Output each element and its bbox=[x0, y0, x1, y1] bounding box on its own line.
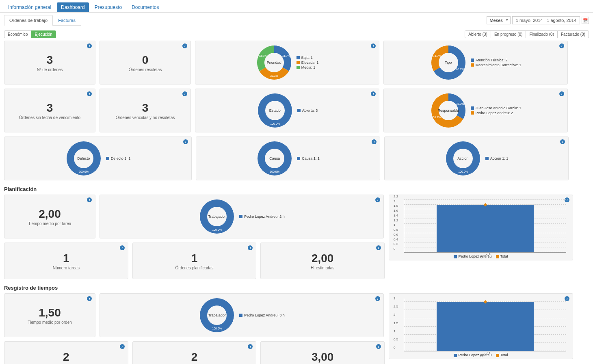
donut-title: Trabajador bbox=[208, 313, 226, 317]
info-icon[interactable]: i bbox=[371, 43, 376, 48]
legend-item: Elevada: 1 bbox=[296, 61, 319, 65]
pill-economico[interactable]: Económico bbox=[4, 30, 31, 38]
info-icon[interactable]: i bbox=[371, 91, 376, 96]
grid-line bbox=[404, 199, 566, 200]
info-icon[interactable]: i bbox=[376, 344, 381, 349]
info-icon[interactable]: i bbox=[87, 91, 92, 96]
subtab-facturas[interactable]: Facturas bbox=[53, 15, 81, 25]
kpi-value: 3 bbox=[6, 54, 93, 67]
info-icon[interactable]: i bbox=[183, 139, 188, 144]
info-icon[interactable]: i bbox=[375, 296, 380, 301]
info-icon[interactable]: i bbox=[559, 91, 564, 96]
kpi-value: 3,00 bbox=[262, 351, 383, 364]
subtab-ordenes[interactable]: Ordenes de trabajo bbox=[4, 15, 53, 26]
legend-swatch bbox=[106, 157, 109, 160]
tab-documentos[interactable]: Documentos bbox=[128, 2, 163, 12]
svg-text:100.0%: 100.0% bbox=[79, 170, 89, 173]
y-tick-label: 0.6 bbox=[394, 232, 398, 236]
y-tick-label: 0.2 bbox=[394, 242, 398, 246]
date-range-input[interactable]: 1 mayo, 2014 - 1 agosto, 2014 bbox=[512, 16, 580, 24]
kpi-value: 2 bbox=[6, 351, 126, 364]
y-tick-label: 0 bbox=[394, 247, 395, 251]
legend-swatch bbox=[496, 255, 499, 258]
info-icon[interactable]: i bbox=[120, 344, 125, 349]
legend-label: Pedro Lopez Andreu: 2 h bbox=[244, 214, 285, 219]
donut-legend: Baja: 1Elevada: 1Media: 1 bbox=[296, 56, 319, 69]
y-tick-label: 0.4 bbox=[394, 237, 398, 241]
y-tick-label: 2 bbox=[394, 199, 395, 203]
kpi-value: 3 bbox=[102, 102, 189, 115]
y-tick-label: 1.2 bbox=[394, 218, 398, 222]
info-icon[interactable]: i bbox=[87, 296, 92, 301]
legend-label: Accion 1: 1 bbox=[490, 156, 509, 160]
legend-swatch bbox=[239, 314, 242, 317]
kpi-value: 2 bbox=[134, 351, 255, 364]
legend-item: Accion 1: 1 bbox=[485, 156, 509, 160]
content: i 3 Nº de ordenes i 0 Órdenes resuletas … bbox=[0, 41, 593, 364]
y-tick-label: 1.8 bbox=[394, 204, 398, 208]
kpi-value: 3 bbox=[6, 102, 93, 115]
info-icon[interactable]: i bbox=[372, 139, 377, 144]
kpi-value: 1 bbox=[134, 252, 255, 265]
donut-title: Defecto bbox=[77, 156, 90, 160]
svg-text:33.3%: 33.3% bbox=[433, 54, 441, 57]
info-icon[interactable]: i bbox=[182, 91, 187, 96]
legend-label: Juan Jose Antonio Garcia: 1 bbox=[476, 106, 522, 110]
y-tick-label: 1.5 bbox=[394, 321, 398, 325]
kpi-horas-realizadas: i 3,00 H. realizadas bbox=[260, 341, 385, 364]
pill-ejecucion[interactable]: Ejecución bbox=[31, 30, 56, 38]
section-registro-title: Resgistro de tiempos bbox=[4, 285, 589, 291]
tab-info-general[interactable]: Información general bbox=[4, 2, 55, 12]
bar-plot-area: 00.20.40.60.811.21.41.61.822.205-2014 bbox=[404, 200, 566, 253]
legend-swatch bbox=[239, 215, 242, 218]
info-icon[interactable]: i bbox=[248, 344, 253, 349]
svg-text:33.3%: 33.3% bbox=[456, 102, 464, 105]
donut-title: Prioridad bbox=[267, 61, 281, 65]
info-icon[interactable]: i bbox=[376, 245, 381, 250]
pill-finalizado[interactable]: Finalizado (0) bbox=[526, 30, 558, 38]
calendar-icon[interactable]: 📅 bbox=[582, 17, 589, 24]
period-select[interactable]: Meses bbox=[487, 16, 510, 24]
legend-swatch bbox=[297, 157, 300, 160]
kpi-label: Órdenes planificadas bbox=[134, 266, 255, 270]
legend-item: Abierta: 3 bbox=[297, 108, 318, 113]
pill-facturado[interactable]: Facturado (0) bbox=[557, 30, 589, 38]
kpi-ordenes: i 3 Nº de ordenes bbox=[4, 41, 95, 84]
donut-legend: Atención Técnica: 2Mantenimiento Correct… bbox=[471, 58, 522, 67]
legend-item: Baja: 1 bbox=[296, 56, 319, 60]
legend-swatch bbox=[471, 111, 474, 115]
donut-chart: 100.0%Estado bbox=[257, 92, 293, 129]
info-icon[interactable]: i bbox=[375, 197, 380, 202]
y-tick-label: 2.2 bbox=[394, 195, 398, 198]
bar-chart-reg: i 00.511.522.5305-2014Pedro Lopez Andreu… bbox=[389, 293, 573, 359]
y-tick-label: 0.8 bbox=[394, 228, 398, 232]
tab-presupuesto[interactable]: Presupuesto bbox=[91, 2, 126, 12]
pill-abierto[interactable]: Abierto (3) bbox=[465, 30, 491, 38]
legend-item: Atención Técnica: 2 bbox=[471, 58, 522, 62]
status-pills: Abierto (3) En progreso (0) Finalizado (… bbox=[465, 30, 589, 38]
info-icon[interactable]: i bbox=[182, 43, 187, 48]
info-icon[interactable]: i bbox=[559, 43, 564, 48]
kpi-value: 2,00 bbox=[6, 208, 93, 221]
kpi-vencidas: i 3 Órdenes vencidas y no resuletas bbox=[100, 89, 191, 132]
info-icon[interactable]: i bbox=[87, 197, 92, 202]
info-icon[interactable]: i bbox=[248, 245, 253, 250]
y-tick-label: 0 bbox=[394, 346, 395, 349]
info-icon[interactable]: i bbox=[87, 43, 92, 48]
svg-text:66.7%: 66.7% bbox=[456, 68, 464, 71]
tab-dashboard[interactable]: Dashboard bbox=[57, 2, 89, 12]
donut-tipo: i 66.7%33.3%TipoAtención Técnica: 2Mante… bbox=[383, 41, 568, 84]
kpi-label: Órdenes sin fecha de vencimiento bbox=[6, 115, 93, 120]
legend-item: Pedro Lopez Andreu: 2 bbox=[471, 111, 522, 115]
kpi-label: Número tareas bbox=[6, 266, 126, 270]
info-icon[interactable]: i bbox=[120, 245, 125, 250]
svg-text:100.0%: 100.0% bbox=[212, 228, 222, 231]
donut-responsable: i 33.3%66.7%ResponsableJuan Jose Antonio… bbox=[383, 89, 568, 132]
donut-estado: i 100.0%EstadoAbierta: 3 bbox=[195, 89, 379, 132]
info-icon[interactable]: i bbox=[560, 139, 565, 144]
donut-legend: Causa 1: 1 bbox=[297, 156, 320, 160]
legend-item: Pedro Lopez Andreu: 2 h bbox=[239, 214, 285, 219]
kpi-num-registros: i 2 Número registros bbox=[4, 341, 128, 364]
pill-progreso[interactable]: En progreso (0) bbox=[491, 30, 526, 38]
legend-label: Atención Técnica: 2 bbox=[476, 58, 508, 62]
